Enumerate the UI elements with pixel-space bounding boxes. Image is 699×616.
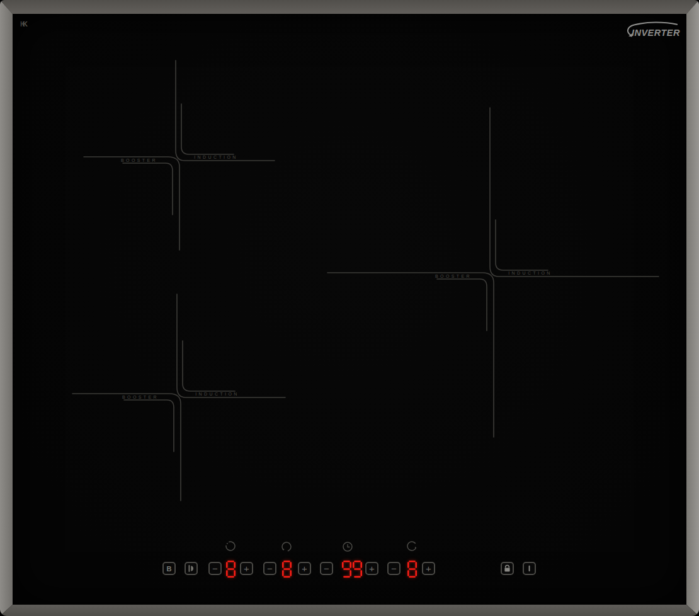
padlock-icon [502, 563, 513, 574]
pause-play-icon [186, 563, 196, 574]
logo-text: INVERTER [632, 28, 680, 38]
zone-3-select-indicator ring-icon [407, 541, 417, 551]
zone-3-power-display [407, 561, 417, 578]
timer-plus-button[interactable]: + [365, 562, 378, 575]
power-button[interactable] [523, 562, 536, 575]
frame-top [0, 0, 699, 14]
frame-left [0, 0, 13, 616]
frame-bottom [0, 605, 699, 616]
corner-brand-mark: K [23, 20, 28, 28]
booster-button[interactable]: B [162, 562, 176, 575]
zone-2-plus-button[interactable]: + [298, 562, 311, 575]
zone-2-power-display [282, 561, 292, 578]
power-bar-icon [524, 563, 535, 574]
inverter-logo: INVERTER [623, 20, 681, 40]
timer-display [342, 561, 362, 578]
zone-2-select-indicator ring-icon [281, 542, 292, 552]
child-lock-button[interactable] [501, 562, 514, 575]
zone-2-minus-button[interactable]: − [263, 562, 276, 575]
zone-1-plus-button[interactable]: + [240, 562, 253, 575]
induction-hob: K INVERTER BOOSTER INDUCTION BOOSTER IND… [0, 0, 699, 616]
zone-1-power-display [226, 561, 236, 578]
pause-button[interactable] [185, 562, 198, 575]
timer-clock-icon [343, 542, 353, 552]
zone-1-select-indicator ring-icon [225, 541, 236, 551]
zone-3-plus-button[interactable]: + [422, 562, 435, 575]
zone-1-minus-button[interactable]: − [208, 562, 222, 575]
glass-surface [13, 14, 686, 605]
zone-3-minus-button[interactable]: − [387, 562, 401, 575]
timer-minus-button[interactable]: − [320, 562, 333, 575]
frame-right [686, 0, 699, 616]
